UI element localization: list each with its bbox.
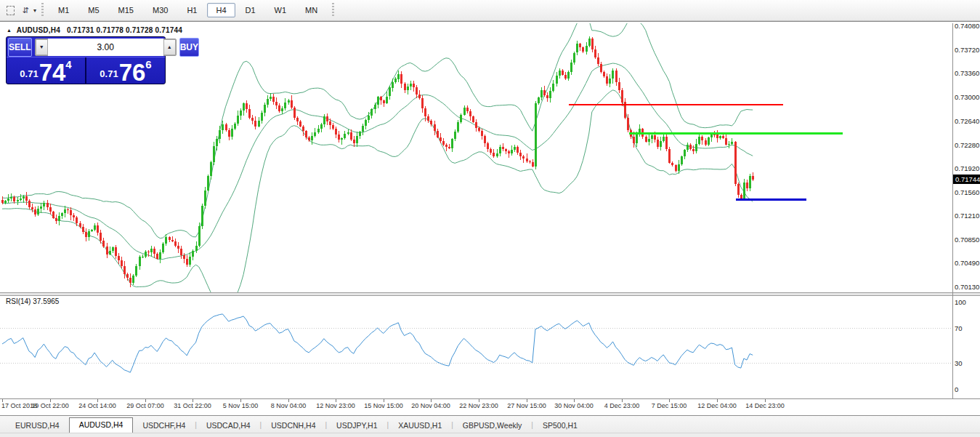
- candle-body: [46, 203, 49, 208]
- candle-body: [386, 97, 388, 104]
- candle-body: [73, 215, 75, 217]
- candle-body: [481, 131, 483, 136]
- timeframe-h4[interactable]: H4: [207, 3, 235, 17]
- candle-body: [600, 64, 602, 72]
- tab-usdjpy-h1[interactable]: USDJPY,H1: [327, 419, 386, 433]
- candle-body: [633, 137, 635, 143]
- selection-box-icon[interactable]: [3, 4, 16, 16]
- volume-input[interactable]: [48, 39, 163, 56]
- candle-body: [17, 200, 19, 201]
- tab-usdcad-h4[interactable]: USDCAD,H4: [197, 419, 260, 433]
- tab-usdcnh-h4[interactable]: USDCNH,H4: [262, 419, 325, 433]
- candle-body: [291, 100, 293, 108]
- buy-price-big: 76: [119, 63, 146, 82]
- candle-body: [261, 113, 263, 120]
- candle-body: [225, 124, 227, 130]
- candle-body: [546, 95, 548, 98]
- candle-body: [115, 247, 117, 256]
- chart-tab-bar: EURUSD,H4AUDUSD,H4USDCHF,H4|USDCAD,H4|US…: [0, 416, 980, 433]
- arrange-objects-icon[interactable]: ⇵: [19, 4, 32, 16]
- timeframe-h1[interactable]: H1: [178, 3, 206, 17]
- candle-body: [427, 116, 429, 120]
- candle-body: [734, 142, 737, 184]
- candle-body: [204, 191, 206, 206]
- volume-up-button[interactable]: ▲: [163, 39, 176, 55]
- candle-body: [272, 97, 275, 102]
- pane-splitter[interactable]: [0, 292, 980, 296]
- time-axis-label: 7 Dec 15:00: [652, 402, 687, 409]
- candle-body: [484, 136, 486, 143]
- candle-body: [728, 144, 730, 145]
- timeframe-m1[interactable]: M1: [49, 3, 78, 17]
- candle-body: [648, 139, 650, 142]
- candle-body: [362, 126, 364, 132]
- rsi-indicator-canvas[interactable]: [0, 294, 952, 398]
- candle-body: [231, 129, 233, 137]
- candle-body: [657, 140, 659, 147]
- candle-body: [591, 39, 594, 49]
- candle-body: [543, 90, 546, 95]
- tab-usdchf-h4[interactable]: USDCHF,H4: [133, 419, 195, 433]
- buy-button[interactable]: BUY: [179, 38, 199, 57]
- timeframe-mn[interactable]: MN: [296, 3, 326, 17]
- candle-body: [347, 132, 349, 134]
- tab-xauusd-h1[interactable]: XAUUSD,H1: [389, 419, 451, 433]
- sell-price-big: 74: [39, 63, 66, 82]
- candle-body: [171, 240, 174, 241]
- sell-button[interactable]: SELL: [8, 38, 32, 57]
- candle-body: [671, 163, 673, 165]
- candle-body: [314, 132, 316, 136]
- time-axis-label: 27 Nov 15:00: [507, 402, 546, 409]
- candle-body: [416, 87, 418, 95]
- candle-body: [195, 246, 198, 252]
- candle-body: [183, 255, 185, 259]
- timeframe-m5[interactable]: M5: [79, 3, 108, 17]
- candle-body: [356, 136, 358, 143]
- rsi-axis-label: 30: [955, 359, 963, 367]
- candle-body: [43, 203, 45, 207]
- candle-body: [716, 135, 718, 137]
- candle-body: [88, 231, 90, 237]
- candle-body: [23, 196, 25, 199]
- volume-down-button[interactable]: ▼: [36, 39, 48, 55]
- candle-body: [52, 212, 54, 217]
- candle-body: [440, 137, 442, 141]
- timeframe-d1[interactable]: D1: [237, 3, 264, 17]
- tab-audusd-h4[interactable]: AUDUSD,H4: [69, 417, 134, 433]
- candle-body: [538, 97, 540, 103]
- sell-price-display[interactable]: 0.71 74 4: [7, 57, 86, 84]
- candle-body: [665, 137, 668, 150]
- timeframe-w1[interactable]: W1: [266, 3, 296, 17]
- time-axis-label: 12 Nov 23:00: [316, 402, 355, 409]
- candle-body: [165, 237, 167, 244]
- sell-price-prefix: 0.71: [20, 68, 38, 79]
- collapse-triangle-icon[interactable]: ▲: [7, 28, 12, 33]
- tab-eurusd-h4[interactable]: EURUSD,H4: [6, 419, 69, 433]
- candle-body: [4, 201, 7, 202]
- candle-body: [636, 135, 638, 143]
- dropdown-caret-icon[interactable]: ▾: [33, 7, 36, 14]
- tab-sp500-h1[interactable]: SP500,H1: [533, 419, 587, 433]
- candle-body: [475, 122, 477, 128]
- candle-body: [123, 266, 126, 274]
- candle-body: [365, 120, 367, 126]
- candle-body: [79, 223, 81, 227]
- candle-body: [76, 217, 78, 223]
- timeframe-m30[interactable]: M30: [144, 3, 177, 17]
- candle-body: [222, 124, 224, 130]
- candle-body: [451, 139, 453, 148]
- tab-gbpusd-weekly[interactable]: GBPUSD,Weekly: [453, 419, 532, 433]
- candle-body: [681, 156, 683, 164]
- buy-price-display[interactable]: 0.71 76 6: [86, 57, 165, 84]
- candle-body: [410, 84, 412, 87]
- candle-body: [457, 122, 459, 132]
- candle-body: [67, 209, 69, 211]
- timeframe-buttons: M1M5M15M30H1H4D1W1MN: [49, 3, 327, 17]
- candle-body: [142, 257, 144, 257]
- timeframe-m15[interactable]: M15: [110, 3, 142, 17]
- candle-body: [540, 90, 543, 97]
- candle-body: [377, 97, 379, 104]
- candle-body: [678, 164, 680, 172]
- candle-body: [70, 210, 72, 215]
- time-axis-label: 24 Oct 14:00: [78, 402, 116, 409]
